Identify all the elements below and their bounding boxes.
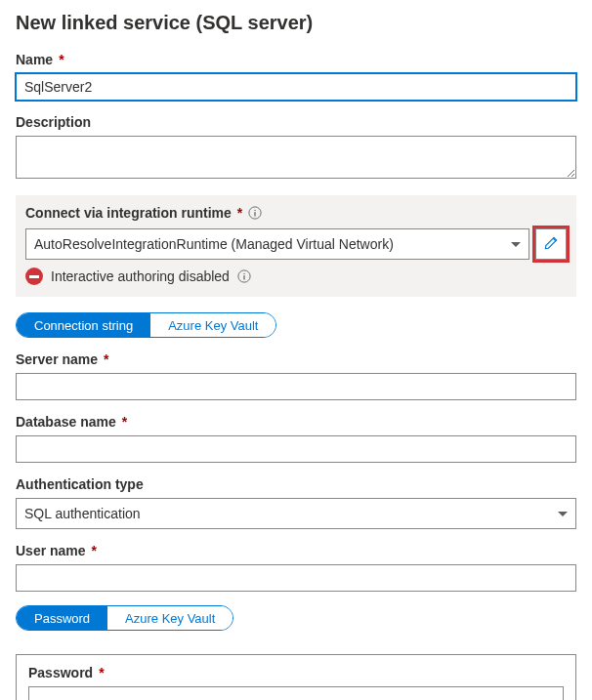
svg-rect-5 — [243, 275, 244, 279]
tab-password[interactable]: Password — [17, 606, 107, 630]
svg-rect-2 — [255, 212, 256, 216]
tab-keyvault[interactable]: Azure Key Vault — [150, 313, 275, 337]
database-name-label: Database name* — [16, 414, 576, 430]
info-icon — [237, 269, 251, 283]
pencil-icon — [544, 236, 558, 253]
password-input[interactable] — [28, 686, 564, 700]
password-label: Password* — [28, 665, 564, 680]
name-label: Name* — [16, 52, 576, 67]
user-name-input[interactable] — [16, 564, 576, 592]
info-icon — [248, 206, 262, 220]
description-label: Description — [16, 114, 576, 130]
auth-type-label: Authentication type — [16, 476, 576, 492]
tab-connection-string[interactable]: Connection string — [17, 313, 150, 337]
auth-type-select[interactable]: SQL authentication — [16, 498, 576, 529]
password-tabs[interactable]: Password Azure Key Vault — [16, 605, 233, 631]
description-input[interactable] — [16, 136, 576, 179]
page-title: New linked service (SQL server) — [16, 12, 576, 34]
chevron-down-icon — [511, 242, 521, 247]
server-name-label: Server name* — [16, 351, 576, 367]
edit-runtime-button[interactable] — [535, 228, 567, 260]
runtime-label: Connect via integration runtime* — [25, 205, 567, 221]
chevron-down-icon — [558, 512, 568, 516]
user-name-label: User name* — [16, 543, 576, 558]
connection-tabs[interactable]: Connection string Azure Key Vault — [16, 312, 276, 338]
runtime-warning: Interactive authoring disabled — [25, 268, 567, 285]
runtime-select[interactable]: AutoResolveIntegrationRuntime (Managed V… — [25, 228, 529, 260]
database-name-input[interactable] — [16, 435, 576, 463]
name-input[interactable] — [16, 73, 576, 101]
svg-point-4 — [243, 273, 244, 274]
tab-password-keyvault[interactable]: Azure Key Vault — [107, 606, 233, 630]
disabled-icon — [25, 268, 43, 285]
svg-point-1 — [255, 210, 256, 211]
server-name-input[interactable] — [16, 373, 576, 400]
